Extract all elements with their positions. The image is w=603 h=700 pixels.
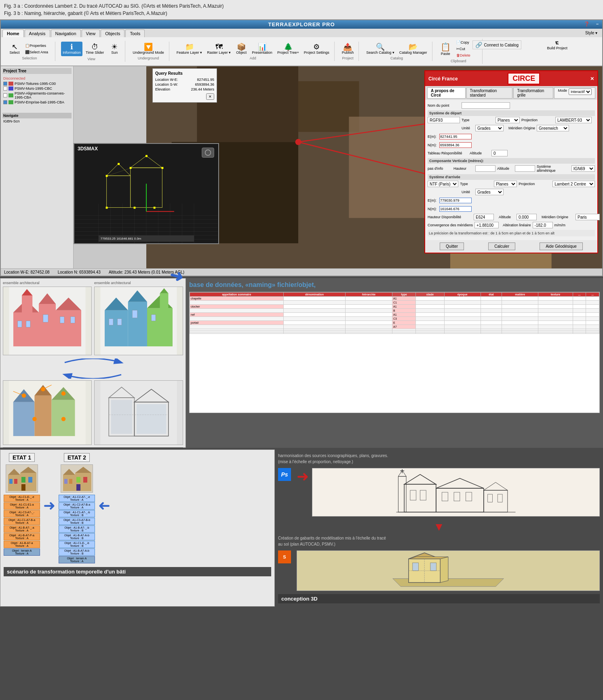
td-etat-5 xyxy=(481,317,502,321)
td-matiere-4 xyxy=(502,313,538,317)
aide-btn[interactable]: Aide Géodésique xyxy=(540,242,583,250)
td-appellation-0: chapelle xyxy=(190,297,284,301)
td-e1-2 xyxy=(573,305,586,309)
td-matiere-6 xyxy=(502,321,538,325)
meridien2-input[interactable] xyxy=(576,214,600,220)
altitude2-input[interactable] xyxy=(515,165,535,172)
search-catalog-btn[interactable]: 🔍 Search Catalog ▾ xyxy=(365,42,396,55)
tree-item-0[interactable]: PSMV-Toitures-1995-C00 xyxy=(2,81,72,86)
circe-tab-apropos[interactable]: A propos de Circé xyxy=(427,87,466,99)
tab-home[interactable]: Home xyxy=(2,30,24,37)
unite-select-depart[interactable]: Grades xyxy=(475,125,504,131)
proj-select-depart[interactable]: LAMBERT-93 xyxy=(555,117,592,123)
select-btn[interactable]: ↖ Select xyxy=(7,42,22,55)
naming-table: appellation sommaire dénomination hiérar… xyxy=(189,292,600,413)
tab-analysis[interactable]: Analysis xyxy=(25,30,50,37)
n-input-arrivee[interactable] xyxy=(439,206,472,212)
time-slider-btn[interactable]: ⏱ Time Slider xyxy=(84,42,105,55)
object-btn[interactable]: 📦 Object xyxy=(234,42,249,55)
publish-btn[interactable]: 📤 Publish xyxy=(340,42,356,55)
underground-label: Underground Mode xyxy=(133,51,164,55)
underground-mode-btn[interactable]: 🔽 Underground Mode xyxy=(131,42,166,55)
etat1-terrain: Objet : terrain ATexture : A xyxy=(4,548,40,556)
etat1-obj-1: Objet : A1-C1-E1-aTexture : A xyxy=(4,502,40,510)
tab-navigation[interactable]: Navigation xyxy=(51,30,81,37)
checkbox-0[interactable] xyxy=(3,82,7,86)
style-btn[interactable]: Style ▾ xyxy=(582,30,601,37)
query-close-btn[interactable]: ✕ xyxy=(206,93,214,100)
properties-btn[interactable]: 📋 Properties xyxy=(23,43,52,48)
tab-view[interactable]: View xyxy=(82,30,100,37)
information-btn[interactable]: ℹ Information xyxy=(61,42,82,56)
nom-point-row: Nom du point xyxy=(428,102,595,109)
td-texture-6 xyxy=(538,321,573,325)
td-etat-11 xyxy=(481,333,502,334)
project-tree-btn[interactable]: 🌲 Project Tree+ xyxy=(276,42,301,55)
feature-layer-btn[interactable]: 📁 Feature Layer ▾ xyxy=(175,42,204,55)
hauteur-input[interactable] xyxy=(475,165,495,172)
mode-select[interactable]: Interactif Fichier xyxy=(569,89,592,95)
caption-line1: Fig. 3 a : Coordonnées Lambert 2. Du tra… xyxy=(4,2,599,10)
circe-close-btn[interactable]: ✕ xyxy=(590,76,594,82)
project-settings-btn[interactable]: ⚙ Project Settings xyxy=(302,42,331,55)
select-area-btn[interactable]: ⬛ Select Area xyxy=(23,49,52,55)
depart-system-input[interactable] xyxy=(428,117,460,123)
th-epoque: époque xyxy=(444,293,481,297)
tab-tools[interactable]: Tools xyxy=(125,30,145,37)
sun-btn[interactable]: ☀ Sun xyxy=(107,42,122,55)
models-bottom-row xyxy=(3,380,183,445)
altitude3-input[interactable] xyxy=(517,214,537,220)
checkbox-1[interactable] xyxy=(3,86,7,91)
checkbox-3[interactable] xyxy=(3,100,7,104)
conv-input[interactable] xyxy=(474,222,499,228)
minimize-btn[interactable]: – xyxy=(596,21,599,26)
precision-text: La précision de la transformation est : … xyxy=(428,230,595,236)
alt-input[interactable] xyxy=(533,222,553,228)
svg-rect-70 xyxy=(132,310,137,318)
td-stade-5 xyxy=(416,317,444,321)
td-matiere-11 xyxy=(502,333,538,334)
circe-tabs: A propos de Circé Transformation standar… xyxy=(425,86,597,100)
tab-objects[interactable]: Objects xyxy=(101,30,124,37)
sun-icon: ☀ xyxy=(111,43,118,51)
proj-select-arrivee[interactable]: Lambert 2 Centre xyxy=(552,181,595,187)
raster-layer-btn[interactable]: 🗺 Raster Layer ▾ xyxy=(205,42,232,55)
tree-item-2[interactable]: PSMV-Alignements-conserves-1995-CBA xyxy=(2,91,72,100)
type-select-depart[interactable]: Planes xyxy=(495,117,520,123)
presentation-btn[interactable]: 📊 Presentation xyxy=(250,42,274,55)
e-input-arrivee[interactable] xyxy=(439,198,472,203)
select-area-label: Select Area xyxy=(30,50,48,54)
checkbox-2[interactable] xyxy=(3,93,7,97)
svg-rect-32 xyxy=(161,167,163,169)
etat2-title: ETAT 2 xyxy=(64,453,90,462)
unite-select-arrivee[interactable]: Grades xyxy=(475,189,504,195)
quitter-btn[interactable]: Quitter xyxy=(440,242,464,250)
view-items: ℹ Information ⏱ Time Slider ☀ Sun xyxy=(61,42,122,56)
group-project-label: Project xyxy=(342,56,353,60)
calculer-btn[interactable]: Calculer xyxy=(488,242,515,250)
arrivee-system-select[interactable]: NTF (Paris) xyxy=(428,181,458,187)
tree-item-1[interactable]: PSMV-Murs-1995-CBC xyxy=(2,86,72,91)
sys-atm-select[interactable]: IGN69 xyxy=(571,165,595,172)
delete-btn[interactable]: 🗑 Delete xyxy=(455,53,479,58)
raster-layer-label: Raster Layer ▾ xyxy=(207,51,231,55)
hauteur-disp-row: Hauteur Disponibilité Altitude Méridien … xyxy=(428,214,595,220)
e-input-depart[interactable] xyxy=(439,134,472,139)
meridien-select-depart[interactable]: Greenwich xyxy=(537,125,569,131)
td-matiere-3 xyxy=(502,309,538,313)
project-tree-title: Project Tree xyxy=(2,68,72,74)
th-texture: texture xyxy=(538,293,573,297)
catalog-manager-btn[interactable]: 📂 Catalog Manager xyxy=(398,42,429,55)
circe-tab-grille[interactable]: Transformation grille xyxy=(513,87,553,99)
hauteur-disp-input[interactable] xyxy=(474,214,494,220)
td-hier-1 xyxy=(346,301,392,305)
help-btn[interactable]: ❓ xyxy=(584,21,590,27)
navigate-label: Navigate xyxy=(2,113,72,118)
circe-tab-standard[interactable]: Transformation standard xyxy=(466,87,513,99)
tree-item-3[interactable]: PSMV-Emprise-bati-1995-CBA xyxy=(2,100,72,105)
svg-rect-68 xyxy=(109,319,114,325)
nom-point-input[interactable] xyxy=(462,102,510,109)
altitude-input-depart[interactable] xyxy=(491,150,508,156)
n-input-depart[interactable] xyxy=(439,142,472,148)
type-select-arrivee[interactable]: Planes xyxy=(494,181,517,187)
